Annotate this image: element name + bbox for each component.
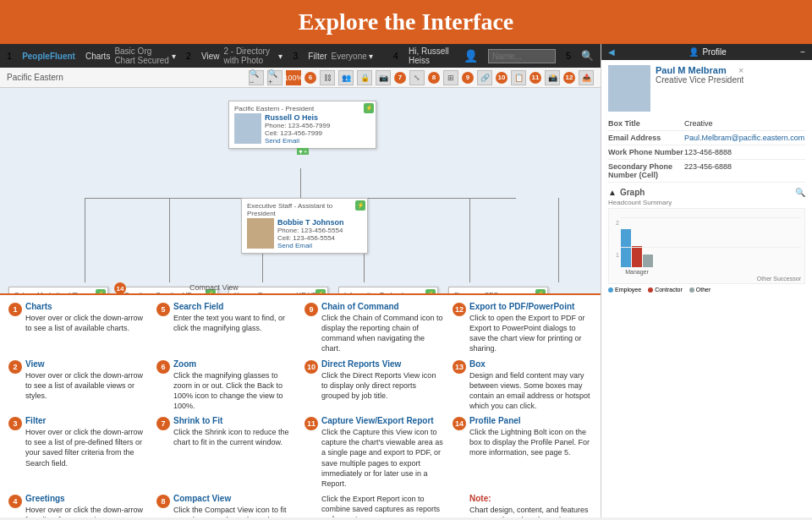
zoom-in-icon[interactable]: 🔍+ <box>267 70 283 85</box>
bolt-icon-rodriguez[interactable]: ⚡ <box>535 289 546 293</box>
desc-note: Note: Chart design, content, and feature… <box>453 494 592 517</box>
desc-1: 1 Charts Hover over or click the down-ar… <box>8 302 148 354</box>
bolt-icon-root[interactable]: ⚡ <box>364 103 374 113</box>
x-axis-label: Other Successor <box>757 276 801 282</box>
main-header: Explore the Interface <box>0 0 812 44</box>
org-card-hesler: ⚡ Sales - Marketing VP Susan N Hesler Ph… <box>8 287 108 293</box>
legend-other: Other <box>689 287 711 293</box>
page-title: Explore the Interface <box>0 8 812 36</box>
desc-10: 10 Direct Reports View Click the Direct … <box>304 359 444 412</box>
export-icon[interactable]: 📤 <box>579 70 594 85</box>
profile-fields: Box Title Creative Email Address Paul.Me… <box>608 117 805 183</box>
org-card-rodriguez: ⚡ Finance - CFO Edward P Rodriguez Phone… <box>448 287 548 293</box>
email-link-exec[interactable]: Send Email <box>277 242 362 249</box>
badge-9: 9 <box>462 72 474 84</box>
camera-icon[interactable]: 📷 <box>376 70 391 85</box>
desc-9: 9 Chain of Command Click the Chain of Co… <box>304 302 444 354</box>
direct-reports-icon[interactable]: 📋 <box>511 70 526 85</box>
bar-other <box>643 255 653 267</box>
view-menu[interactable]: View 2 - Directory with Photo ▾ <box>201 47 283 65</box>
filter-menu[interactable]: Filter Everyone ▾ <box>308 52 372 61</box>
greeting-text: Hi, Russell Heiss <box>409 47 453 65</box>
desc-12: 12 Export to PDF/PowerPoint Click to ope… <box>453 302 592 354</box>
field-work-phone: Work Phone Number 123-456-8888 <box>608 145 805 160</box>
org-card-patel: ⚡ Human Resources - HR VP Sam Patel Phon… <box>228 287 328 293</box>
right-panel: ◀ 👤 Profile − × Paul M Melbram Creative … <box>601 44 812 517</box>
location-label: Pacific Eastern <box>7 73 63 82</box>
y-axis: 2 1 <box>611 220 619 283</box>
email-address-link[interactable]: Paul.Melbram@pacific.eastern.com <box>684 134 805 142</box>
headcount-label: Headcount Summary <box>608 199 805 206</box>
org-card-root: ⚡ Pacific Eastern - President Russell O … <box>228 101 376 149</box>
badge-8: 8 <box>428 72 440 84</box>
zoom-out-icon[interactable]: 🔍− <box>249 70 264 85</box>
search-input[interactable] <box>488 49 556 63</box>
profile-header: ◀ 👤 Profile − <box>601 44 812 60</box>
field-box-title: Box Title Creative <box>608 117 805 131</box>
chain2-icon[interactable]: 🔗 <box>477 70 492 85</box>
people-icon[interactable]: 👥 <box>338 70 354 85</box>
bolt-icon-pink[interactable]: ⚡ <box>425 289 436 293</box>
graph-collapse-icon[interactable]: ▲ <box>608 188 617 197</box>
badge-4: 4 <box>393 51 398 61</box>
graph-section: ▲ Graph 🔍 Headcount Summary 2 1 <box>608 188 805 293</box>
profile-body: × Paul M Melbram Creative Vice President… <box>601 60 812 517</box>
graph-title-label: Graph <box>620 188 645 197</box>
bar-contractor <box>632 246 642 267</box>
close-profile-button[interactable]: × <box>738 65 743 75</box>
badge-10: 10 <box>496 72 508 84</box>
graph-search-icon[interactable]: 🔍 <box>795 188 805 197</box>
legend-employee: Employee <box>608 287 641 293</box>
chain-icon[interactable]: ⛓ <box>320 70 335 85</box>
field-cell-phone: Secondary Phone Number (Cell) 223-456-68… <box>608 160 805 183</box>
bolt-icon-exec[interactable]: ⚡ <box>355 200 365 211</box>
email-link-root[interactable]: Send Email <box>265 137 370 145</box>
compact-icon[interactable]: ⊞ <box>443 70 458 85</box>
desc-7: 7 Shrink to Fit Click the Shrink icon to… <box>156 416 296 489</box>
badge-1: 1 <box>7 51 12 61</box>
avatar-root <box>234 113 261 144</box>
back-arrow-icon[interactable]: ◀ <box>608 47 615 57</box>
compact-view-note: Compact View <box>186 282 242 293</box>
bolt-icon-patel[interactable]: ⚡ <box>315 289 326 293</box>
app-toolbar: 1 PeopleFluent Charts Basic Org Chart Se… <box>0 44 601 68</box>
desc-8: 8 Compact View Click the Compact View ic… <box>156 494 296 517</box>
legend-contractor: Contractor <box>648 287 683 293</box>
lock-icon[interactable]: 🔒 <box>357 70 372 85</box>
bar-group-manager: Manager <box>621 212 653 287</box>
capture-icon[interactable]: 📸 <box>545 70 560 85</box>
left-panel: 1 PeopleFluent Charts Basic Org Chart Se… <box>0 44 601 517</box>
expand-btn-root[interactable]: ▼+ <box>297 148 309 155</box>
field-email: Email Address Paul.Melbram@pacific.easte… <box>608 131 805 145</box>
desc-13: 13 Box Design and field content may vary… <box>453 359 592 412</box>
org-card-pink: ⚡ Information Technology - Director Greg… <box>338 287 438 293</box>
profile-panel-title: Profile <box>702 47 726 57</box>
secondary-toolbar: Pacific Eastern 🔍− 🔍+ 100% 6 ⛓ 👥 🔒 📷 7 ⤡… <box>0 68 601 88</box>
profile-title: Creative Vice President <box>656 75 743 85</box>
shrink-icon[interactable]: ⤡ <box>409 70 425 85</box>
badge-3: 3 <box>293 51 298 61</box>
badge-7: 7 <box>394 72 406 84</box>
charts-menu[interactable]: Charts Basic Org Chart Secured ▾ <box>85 47 176 65</box>
avatar-exec <box>247 218 274 249</box>
minimize-icon[interactable]: − <box>800 47 805 57</box>
desc-export: Click the Export Report icon to combine … <box>304 494 444 517</box>
desc-2: 2 View Hover over or click the down-arro… <box>8 359 148 412</box>
desc-6: 6 Zoom Click the magnifying glasses to z… <box>156 359 296 412</box>
profile-icon: 👤 <box>689 47 699 57</box>
desc-11: 11 Capture View/Export Report Click the … <box>304 416 444 489</box>
desc-3: 3 Filter Hover over or click the down-ar… <box>8 416 148 489</box>
desc-14: 14 Profile Panel Click the Lightning Bol… <box>453 416 592 489</box>
zoom-100-icon[interactable]: 100% <box>286 70 301 85</box>
badge-12: 12 <box>563 72 575 84</box>
bar-label-manager: Manager <box>625 269 649 275</box>
badge-5: 5 <box>566 51 571 61</box>
org-card-exec: ⚡ Executive Staff - Assistant to Preside… <box>241 198 368 254</box>
description-panel: 1 Charts Hover over or click the down-ar… <box>0 293 601 517</box>
search-icon[interactable]: 🔍 <box>581 50 594 62</box>
desc-5: 5 Search Field Enter the text you want t… <box>156 302 296 354</box>
profile-name: Paul M Melbram <box>656 65 743 75</box>
app-logo: PeopleFluent <box>22 52 75 61</box>
bolt-icon-hesler[interactable]: ⚡ <box>96 289 106 293</box>
badge-14: 14 <box>114 282 126 293</box>
